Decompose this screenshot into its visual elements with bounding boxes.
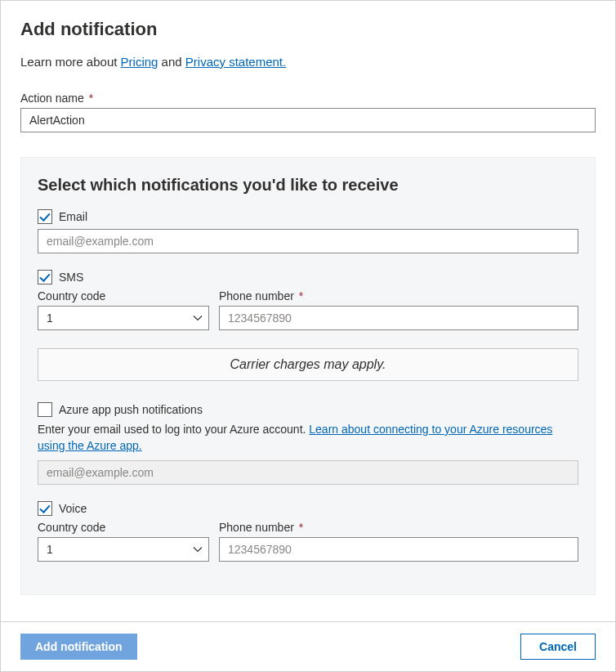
pricing-link[interactable]: Pricing — [121, 55, 158, 69]
add-notification-button[interactable]: Add notification — [20, 634, 137, 660]
azure-push-checkbox[interactable] — [38, 402, 52, 417]
notifications-panel: Select which notifications you'd like to… — [20, 157, 596, 595]
footer: Add notification Cancel — [1, 621, 615, 671]
voice-section: Voice Country code Phone number * — [38, 501, 578, 562]
email-checkbox-label[interactable]: Email — [59, 210, 87, 223]
page-title: Add notification — [20, 19, 596, 40]
carrier-notice: Carrier charges may apply. — [38, 348, 578, 381]
azure-push-email-input — [38, 460, 578, 485]
panel-heading: Select which notifications you'd like to… — [38, 176, 578, 195]
sms-country-code-label: Country code — [38, 289, 209, 302]
voice-country-code-select[interactable] — [38, 537, 209, 562]
voice-country-code-label: Country code — [38, 521, 209, 534]
azure-push-checkbox-label[interactable]: Azure app push notifications — [59, 403, 203, 416]
action-name-input[interactable] — [20, 108, 596, 132]
intro-prefix: Learn more about — [20, 55, 121, 69]
sms-phone-label: Phone number * — [219, 289, 578, 302]
azure-push-help-prefix: Enter your email used to log into your A… — [38, 423, 309, 436]
azure-push-section: Azure app push notifications Enter your … — [38, 402, 578, 485]
sms-phone-label-text: Phone number — [219, 289, 294, 302]
intro-text: Learn more about Pricing and Privacy sta… — [20, 55, 596, 69]
sms-country-code-select[interactable] — [38, 306, 209, 330]
required-star-icon: * — [89, 92, 93, 105]
intro-and: and — [162, 55, 185, 69]
cancel-button[interactable]: Cancel — [520, 634, 596, 660]
required-star-icon: * — [299, 289, 303, 302]
azure-push-help: Enter your email used to log into your A… — [38, 422, 578, 454]
voice-phone-label: Phone number * — [219, 521, 578, 534]
sms-section: SMS Country code Phone number * — [38, 270, 578, 381]
sms-checkbox[interactable] — [38, 270, 52, 284]
action-name-label-text: Action name — [20, 92, 84, 105]
privacy-link[interactable]: Privacy statement. — [185, 55, 286, 69]
action-name-label: Action name * — [20, 92, 596, 105]
voice-checkbox-label[interactable]: Voice — [59, 502, 87, 515]
sms-phone-input[interactable] — [219, 306, 578, 330]
sms-checkbox-label[interactable]: SMS — [59, 271, 83, 284]
email-checkbox[interactable] — [38, 209, 52, 224]
voice-phone-input[interactable] — [219, 537, 578, 562]
voice-phone-label-text: Phone number — [219, 521, 294, 534]
email-section: Email — [38, 209, 578, 253]
email-input[interactable] — [38, 229, 578, 253]
voice-checkbox[interactable] — [38, 501, 52, 516]
required-star-icon: * — [299, 521, 303, 534]
